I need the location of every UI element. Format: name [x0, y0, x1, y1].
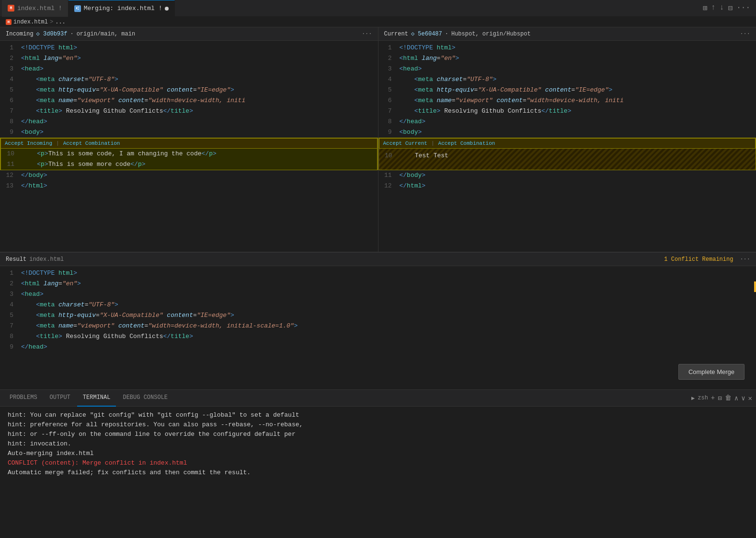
accept-combination-incoming-link[interactable]: Accept Combination	[63, 140, 120, 146]
incoming-line-7: 7 <title> Resolving Github Conflicts</ti…	[0, 106, 378, 117]
split-terminal-icon[interactable]: ⊟	[718, 394, 722, 402]
tab-problems[interactable]: PROBLEMS	[4, 390, 43, 407]
result-line-8: 8 <title> Resolving Github Conflicts</ti…	[0, 331, 756, 342]
incoming-pane: Incoming ◇ 3d0b93f · origin/main, main ·…	[0, 27, 378, 252]
incoming-code-area[interactable]: 1 <!DOCTYPE html> 2 <html lang="en"> 3 <…	[0, 41, 378, 252]
incoming-conflict-line-10: 10 <p>This is some code, I am changing t…	[0, 149, 378, 159]
html-icon: H	[8, 5, 14, 12]
current-line-9: 9 <body>	[378, 127, 756, 138]
incoming-branch-names: origin/main, main	[77, 31, 135, 37]
incoming-conflict-block: Accept Incoming | Accept Combination 10 …	[0, 138, 378, 170]
incoming-accept-bar: Accept Incoming | Accept Combination	[0, 138, 378, 149]
current-line-1: 1 <!DOCTYPE html>	[378, 43, 756, 53]
terminal-shell-icon: ▶	[691, 395, 695, 402]
incoming-line-12: 12 </body>	[0, 170, 378, 181]
result-pane: Result index.html 1 Conflict Remaining ·…	[0, 253, 756, 389]
accept-current-link[interactable]: Accept Current	[383, 140, 427, 146]
incoming-line-3: 3 <head>	[0, 64, 378, 74]
current-header: Current ◇ 5e60487 · Hubspot, origin/Hubs…	[378, 27, 756, 41]
current-accept-bar: Accept Current | Accept Combination	[379, 138, 756, 149]
current-code-area[interactable]: 1 <!DOCTYPE html> 2 <html lang="en"> 3 <…	[378, 41, 756, 252]
result-line-9: 9 </head>	[0, 342, 756, 352]
current-title: Current	[384, 31, 408, 37]
minimize-terminal-icon[interactable]: ∨	[741, 394, 745, 402]
result-code-lines: 1 <!DOCTYPE html> 2 <html lang="en"> 3 <…	[0, 266, 756, 354]
terminal-line-7: Automatic merge failed; fix conflicts an…	[8, 468, 748, 478]
editor-area: Incoming ◇ 3d0b93f · origin/main, main ·…	[0, 27, 756, 389]
result-line-5: 5 <meta http-equiv="X-UA-Compatible" con…	[0, 310, 756, 321]
incoming-line-8: 8 </head>	[0, 117, 378, 127]
split-editor-icon[interactable]: ⊞	[703, 3, 708, 13]
current-line-3: 3 <head>	[378, 64, 756, 74]
result-code-area[interactable]: 1 <!DOCTYPE html> 2 <html lang="en"> 3 <…	[0, 266, 756, 389]
tab-output[interactable]: OUTPUT	[44, 390, 76, 407]
terminal-line-4: hint: invocation.	[8, 439, 748, 449]
incoming-branches: ·	[70, 31, 73, 37]
breadcrumb-html-icon: H	[6, 19, 11, 25]
move-up-icon[interactable]: ↑	[711, 3, 716, 13]
breadcrumb-separator: >	[50, 19, 53, 25]
close-terminal-icon[interactable]: ✕	[748, 394, 752, 402]
accept-incoming-link[interactable]: Accept Incoming	[5, 140, 52, 146]
result-filename: index.html	[29, 256, 64, 263]
result-line-2: 2 <html lang="en">	[0, 279, 756, 289]
conflict-gutter-indicator	[754, 281, 756, 292]
incoming-conflict-line-11: 11 <p>This is some more code</p>	[0, 159, 378, 170]
terminal-line-3: hint: or --ff-only on the command line t…	[8, 430, 748, 439]
current-line-5: 5 <meta http-equiv="X-UA-Compatible" con…	[378, 85, 756, 95]
breadcrumb-ellipsis: ...	[55, 19, 66, 25]
add-terminal-icon[interactable]: +	[711, 394, 715, 402]
current-more-icon[interactable]: ···	[740, 31, 750, 37]
result-line-7: 7 <meta name="viewport" content="width=d…	[0, 321, 756, 331]
current-conflict-block: Accept Current | Accept Combination 10 T…	[378, 138, 756, 170]
terminal-line-6: CONFLICT (content): Merge conflict in in…	[8, 458, 748, 468]
current-line-8: 8 </head>	[378, 117, 756, 127]
move-down-icon[interactable]: ↓	[720, 3, 724, 13]
current-branch-sep: ·	[445, 31, 448, 37]
tab-terminal[interactable]: TERMINAL	[77, 390, 116, 407]
current-hash: ◇ 5e60487	[411, 30, 442, 37]
current-line-6: 6 <meta name="viewport" content="width=d…	[378, 95, 756, 106]
incoming-code-lines: 1 <!DOCTYPE html> 2 <html lang="en"> 3 <…	[0, 41, 378, 193]
tab-merging[interactable]: ⑆ Merging: index.html !	[69, 0, 175, 17]
tab-bar: H index.html ! ⑆ Merging: index.html ! ⊞…	[0, 0, 756, 17]
incoming-hash: ◇ 3d0b93f	[36, 30, 68, 37]
breadcrumb: H index.html > ...	[0, 17, 756, 27]
terminal-actions: ▶ zsh + ⊟ 🗑 ∧ ∨ ✕	[691, 394, 752, 402]
tab-debug-console[interactable]: DEBUG CONSOLE	[117, 390, 173, 407]
current-line-2: 2 <html lang="en">	[378, 53, 756, 64]
complete-merge-button[interactable]: Complete Merge	[678, 364, 745, 380]
accept-combination-current-link[interactable]: Accept Combination	[438, 140, 495, 146]
result-header: Result index.html 1 Conflict Remaining ·…	[0, 253, 756, 266]
incoming-line-6: 6 <meta name="viewport" content="width=d…	[0, 95, 378, 106]
more-actions-icon[interactable]: ···	[736, 3, 750, 13]
layout-icon[interactable]: ⊟	[728, 3, 733, 13]
terminal-line-1: hint: You can replace "git config" with …	[8, 410, 748, 420]
result-line-3: 3 <head>	[0, 289, 756, 300]
tab-merging-label: Merging: index.html !	[84, 5, 162, 12]
result-line-1: 1 <!DOCTYPE html>	[0, 268, 756, 279]
merge-icon: ⑆	[74, 5, 81, 12]
tab-bar-actions: ⊞ ↑ ↓ ⊟ ···	[703, 3, 754, 13]
current-line-7: 7 <title> Resolving Github Conflicts</ti…	[378, 106, 756, 117]
incoming-more-icon[interactable]: ···	[362, 31, 372, 37]
incoming-line-4: 4 <meta charset="UTF-8">	[0, 74, 378, 85]
incoming-header: Incoming ◇ 3d0b93f · origin/main, main ·…	[0, 27, 378, 41]
terminal-tabs: PROBLEMS OUTPUT TERMINAL DEBUG CONSOLE ▶…	[0, 390, 756, 407]
conflict-remaining-badge: 1 Conflict Remaining	[664, 256, 733, 263]
incoming-line-13: 13 </html>	[0, 181, 378, 191]
result-line-4: 4 <meta charset="UTF-8">	[0, 300, 756, 310]
clear-terminal-icon[interactable]: 🗑	[725, 394, 732, 402]
terminal-area: PROBLEMS OUTPUT TERMINAL DEBUG CONSOLE ▶…	[0, 389, 756, 538]
tab-index-html[interactable]: H index.html !	[2, 0, 69, 17]
incoming-line-5: 5 <meta http-equiv="X-UA-Compatible" con…	[0, 85, 378, 95]
maximize-terminal-icon[interactable]: ∧	[734, 394, 738, 402]
current-line-11: 11 </body>	[378, 170, 756, 181]
result-title: Result	[6, 256, 26, 263]
result-more-icon[interactable]: ···	[740, 256, 750, 263]
current-pane: Current ◇ 5e60487 · Hubspot, origin/Hubs…	[378, 27, 756, 252]
split-editors: Incoming ◇ 3d0b93f · origin/main, main ·…	[0, 27, 756, 253]
breadcrumb-file[interactable]: index.html	[13, 19, 48, 25]
incoming-line-2: 2 <html lang="en">	[0, 53, 378, 64]
terminal-line-2: hint: preference for all repositories. Y…	[8, 420, 748, 430]
